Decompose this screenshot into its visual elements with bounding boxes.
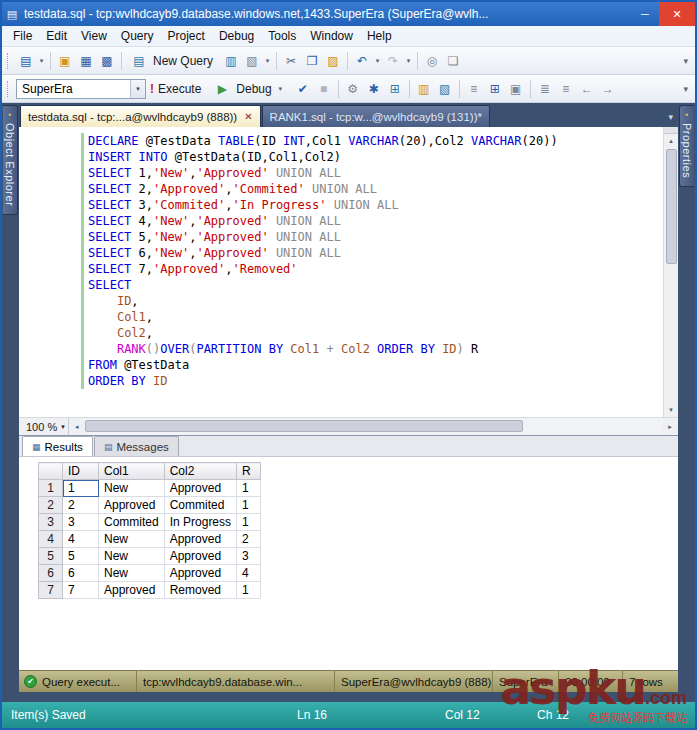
grid-cell[interactable]: New (99, 565, 165, 582)
increase-indent-icon[interactable]: → (598, 79, 618, 99)
menu-window[interactable]: Window (303, 27, 360, 45)
grid-column-header[interactable]: ID (63, 463, 99, 480)
code-line[interactable]: ORDER BY ID (88, 373, 663, 389)
grid-cell[interactable]: 3 (63, 514, 99, 531)
code-line[interactable]: SELECT (88, 277, 663, 293)
grid-cell[interactable]: 5 (63, 548, 99, 565)
tab-close-icon[interactable]: ✕ (244, 111, 252, 122)
include-actual-plan-icon[interactable]: ▥ (414, 79, 434, 99)
menu-view[interactable]: View (74, 27, 114, 45)
code-line[interactable]: ID, (88, 293, 663, 309)
grid-cell[interactable]: 1 (63, 480, 99, 497)
grid-column-header[interactable]: R (237, 463, 261, 480)
execute-button[interactable]: ! Execute (147, 80, 208, 98)
grid-row-header[interactable]: 6 (39, 565, 63, 582)
menu-project[interactable]: Project (161, 27, 212, 45)
grid-column-header[interactable]: Col1 (99, 463, 165, 480)
zoom-combo[interactable]: 100 % ▾ (19, 418, 68, 435)
toolbar-overflow-icon[interactable]: ▾ (683, 56, 691, 66)
client-statistics-icon[interactable]: ▧ (435, 79, 455, 99)
code-line[interactable]: FROM @TestData (88, 357, 663, 373)
minimize-button[interactable]: ─ (631, 2, 659, 26)
uncomment-icon[interactable]: ≡ (556, 79, 576, 99)
decrease-indent-icon[interactable]: ← (577, 79, 597, 99)
grid-cell[interactable]: Removed (164, 582, 236, 599)
tab-list-dropdown-icon[interactable]: ▾ (668, 112, 673, 122)
scroll-down-icon[interactable]: ▾ (664, 403, 678, 417)
menu-query[interactable]: Query (114, 27, 161, 45)
query-type-dropdown-icon[interactable]: ▾ (263, 57, 272, 65)
debug-button[interactable]: ▶ Debug ▾ (209, 77, 291, 101)
available-databases-combo[interactable]: SuperEra ▾ (16, 79, 146, 99)
grid-cell[interactable]: Approved (164, 548, 236, 565)
toolbar-grip[interactable] (7, 53, 10, 69)
hscroll-thumb[interactable] (85, 420, 524, 432)
undo-icon[interactable]: ↶ (352, 51, 372, 71)
cancel-query-icon[interactable]: ■ (314, 79, 334, 99)
save-all-icon[interactable]: ▩ (97, 51, 117, 71)
code-area[interactable]: DECLARE @TestData TABLE(ID INT,Col1 VARC… (19, 127, 663, 389)
new-file-icon[interactable]: ▤ (16, 51, 36, 71)
editor-horizontal-scrollbar[interactable] (85, 418, 662, 435)
vscroll-thumb[interactable] (666, 149, 677, 264)
sidebar-tab-properties[interactable]: ▪ Properties (679, 105, 694, 187)
code-line[interactable]: SELECT 6,'New','Approved' UNION ALL (88, 245, 663, 261)
redo-icon[interactable]: ↷ (383, 51, 403, 71)
grid-column-header[interactable]: Col2 (164, 463, 236, 480)
code-line[interactable]: SELECT 4,'New','Approved' UNION ALL (88, 213, 663, 229)
grid-cell[interactable]: Commited (99, 514, 165, 531)
results-to-text-icon[interactable]: ≡ (464, 79, 484, 99)
comment-icon[interactable]: ≣ (535, 79, 555, 99)
grid-cell[interactable]: New (99, 548, 165, 565)
parse-icon[interactable]: ✔ (293, 79, 313, 99)
grid-cell[interactable]: 7 (63, 582, 99, 599)
sidebar-tab-object-explorer[interactable]: ▪ Object Explorer (3, 105, 18, 215)
scroll-right-icon[interactable]: ▸ (662, 418, 678, 435)
grid-cell[interactable]: Approved (99, 497, 165, 514)
grid-cell[interactable]: 3 (237, 548, 261, 565)
scroll-left-icon[interactable]: ◂ (69, 418, 85, 435)
code-line[interactable]: SELECT 5,'New','Approved' UNION ALL (88, 229, 663, 245)
grid-row-header[interactable]: 4 (39, 531, 63, 548)
menu-edit[interactable]: Edit (39, 27, 74, 45)
grid-cell[interactable]: 1 (237, 514, 261, 531)
code-line[interactable]: Col2, (88, 325, 663, 341)
new-file-dropdown-icon[interactable]: ▾ (37, 57, 46, 65)
grid-row-header[interactable]: 2 (39, 497, 63, 514)
grid-cell[interactable]: 4 (63, 531, 99, 548)
toolbar-grip[interactable] (7, 81, 10, 97)
grid-cell[interactable]: In Progress (164, 514, 236, 531)
grid-row-header[interactable]: 5 (39, 548, 63, 565)
tab-testdata-sql[interactable]: testdata.sql - tcp:...a@wvlhdcayb9 (888)… (20, 105, 261, 127)
intellisense-icon[interactable]: ✱ (364, 79, 384, 99)
grid-row-header[interactable]: 1 (39, 480, 63, 497)
code-line[interactable]: SELECT 3,'Commited','In Progress' UNION … (88, 197, 663, 213)
grid-cell[interactable]: Approved (164, 480, 236, 497)
grid-corner[interactable] (39, 463, 63, 480)
grid-cell[interactable]: New (99, 480, 165, 497)
tab-rank1-sql[interactable]: RANK1.sql - tcp:w...@wvlhdcayb9 (131))* (262, 105, 490, 127)
code-line[interactable]: SELECT 2,'Approved','Commited' UNION ALL (88, 181, 663, 197)
tab-results[interactable]: ▦ Results (22, 436, 93, 456)
grid-cell[interactable]: 1 (237, 497, 261, 514)
code-pane[interactable]: DECLARE @TestData TABLE(ID INT,Col1 VARC… (19, 127, 663, 417)
grid-cell[interactable]: 1 (237, 480, 261, 497)
grid-cell[interactable]: Approved (99, 582, 165, 599)
grid-cell[interactable]: 1 (237, 582, 261, 599)
save-icon[interactable]: ▦ (76, 51, 96, 71)
split-grip[interactable] (664, 127, 678, 134)
scroll-up-icon[interactable]: ▴ (664, 134, 678, 148)
grid-cell[interactable]: Approved (164, 531, 236, 548)
undo-dropdown-icon[interactable]: ▾ (373, 57, 382, 65)
database-engine-query-icon[interactable]: ▥ (221, 51, 241, 71)
template-parameters-icon[interactable]: ⊞ (385, 79, 405, 99)
paste-icon[interactable]: ▨ (323, 51, 343, 71)
code-line[interactable]: SELECT 7,'Approved','Removed' (88, 261, 663, 277)
results-to-grid-icon[interactable]: ⊞ (485, 79, 505, 99)
menu-debug[interactable]: Debug (212, 27, 261, 45)
grid-cell[interactable]: New (99, 531, 165, 548)
grid-cell[interactable]: Approved (164, 565, 236, 582)
code-line[interactable]: INSERT INTO @TestData(ID,Col1,Col2) (88, 149, 663, 165)
menu-tools[interactable]: Tools (261, 27, 303, 45)
editor-vertical-scrollbar[interactable]: ▴ ▾ (663, 127, 678, 417)
